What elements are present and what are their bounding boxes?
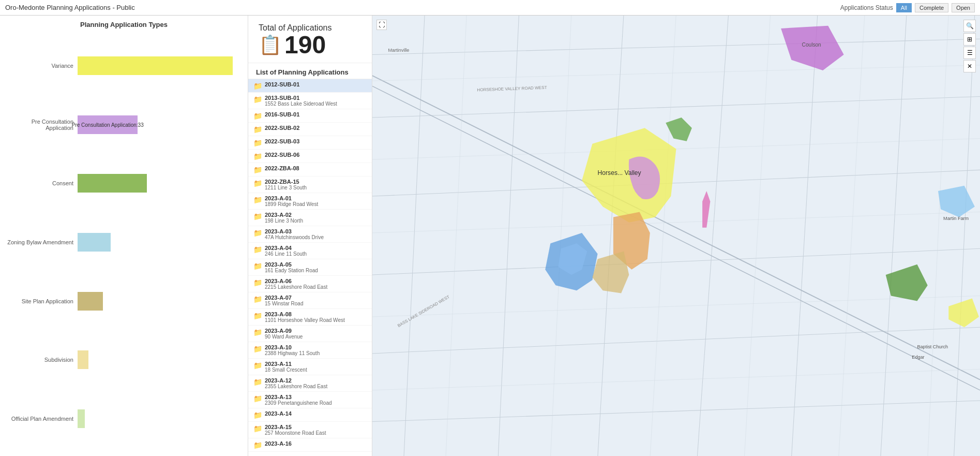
app-address: 2309 Penetanguishene Road [265, 400, 332, 406]
app-id: 2023-A-02 [265, 212, 303, 218]
folder-icon: 📁 [253, 212, 262, 220]
app-id: 2023-A-11 [265, 361, 307, 367]
map-layers-button[interactable]: ☰ [963, 47, 976, 59]
bar-label: Subdivision [5, 357, 78, 363]
bar-track: Pre Consultation Application:33 [78, 115, 243, 134]
list-item[interactable]: 📁2022-SUB-03 [248, 136, 372, 150]
folder-icon: 📁 [253, 152, 262, 160]
map-expand-button[interactable]: ⛶ [376, 20, 387, 30]
app-address: 1101 Horseshoe Valley Road West [265, 317, 345, 323]
list-item[interactable]: 📁2023-A-081101 Horseshoe Valley Road Wes… [248, 309, 372, 326]
app-address: 198 Line 3 North [265, 218, 303, 224]
svg-text:Edgar: Edgar [912, 355, 924, 360]
app-address: 90 Ward Avenue [265, 334, 303, 340]
list-item[interactable]: 📁2023-A-102388 Highway 11 South [248, 342, 372, 359]
bar-track [78, 409, 243, 428]
app-id: 2023-A-05 [265, 261, 318, 268]
bar-fill [78, 233, 111, 252]
map-panel[interactable]: Horses... Valley Coulson Martinville Bap… [372, 16, 980, 456]
list-item[interactable]: 📁2023-A-0990 Ward Avenue [248, 326, 372, 342]
list-item[interactable]: 📁2023-A-02198 Line 3 North [248, 210, 372, 226]
app-id: 2023-A-16 [265, 440, 292, 447]
bar-fill: Pre Consultation Application:33 [78, 115, 138, 134]
chart-bar-row: Official Plan Amendment [5, 409, 243, 428]
folder-icon: 📁 [253, 245, 262, 254]
chart-bar-row: Zoning Bylaw Amendment [5, 233, 243, 252]
folder-icon: 📁 [253, 441, 262, 449]
folder-icon: 📁 [253, 139, 262, 147]
status-open-button[interactable]: Open [952, 3, 975, 12]
list-item[interactable]: 📁2023-A-15257 Moonstone Road East [248, 422, 372, 438]
map-search-button[interactable]: 🔍 [963, 20, 976, 32]
list-header: List of Planning Applications [248, 63, 372, 79]
app-address: 1211 Line 3 South [265, 185, 307, 190]
list-item[interactable]: 📁2022-SUB-02 [248, 123, 372, 136]
status-all-button[interactable]: All [896, 3, 912, 12]
folder-icon: 📁 [253, 345, 262, 353]
map-svg: Horses... Valley Coulson Martinville Bap… [372, 16, 980, 456]
status-complete-button[interactable]: Complete [915, 3, 948, 12]
total-count-row: 📋 190 [259, 33, 361, 57]
bar-label: Pre Consultation Application [5, 119, 78, 131]
list-item[interactable]: 📁2016-SUB-01 [248, 109, 372, 123]
list-item[interactable]: 📁2022-ZBA-151211 Line 3 South [248, 176, 372, 193]
app-id: 2023-A-10 [265, 344, 320, 350]
bar-label: Zoning Bylaw Amendment [5, 239, 78, 245]
app-id: 2022-ZBA-08 [265, 165, 299, 171]
list-item[interactable]: 📁2023-A-16 [248, 438, 372, 452]
app-address: 1899 Ridge Road West [265, 201, 318, 207]
app-id: 2022-SUB-02 [265, 125, 299, 131]
app-address: 2388 Highway 11 South [265, 350, 320, 356]
list-item[interactable]: 📁2023-A-04246 Line 11 South [248, 243, 372, 259]
list-item[interactable]: 📁2023-A-14 [248, 408, 372, 422]
list-item[interactable]: 📁2023-A-05161 Eady Station Road [248, 259, 372, 276]
bar-track [78, 233, 243, 252]
app-id: 2023-A-15 [265, 424, 326, 430]
folder-icon: 📁 [253, 179, 262, 187]
folder-icon: 📁 [253, 328, 262, 336]
folder-icon: 📁 [253, 262, 262, 270]
app-address: 47A Hutchinswoods Drive [265, 234, 324, 240]
list-item[interactable]: 📁2023-A-062215 Lakeshore Road East [248, 276, 372, 292]
list-item[interactable]: 📁2023-A-122355 Lakeshore Road East [248, 375, 372, 392]
bar-fill [78, 409, 85, 428]
folder-icon: 📁 [253, 278, 262, 287]
chart-panel: Planning Application Types VariancePre C… [0, 16, 248, 456]
list-item[interactable]: 📁2012-SUB-01 [248, 79, 372, 93]
chart-area: VariancePre Consultation ApplicationPre … [5, 34, 243, 451]
chart-bar-row: Site Plan Application [5, 292, 243, 311]
folder-icon: 📁 [253, 295, 262, 303]
list-item[interactable]: 📁2023-A-1118 Small Crescent [248, 359, 372, 375]
svg-text:Baptist Church: Baptist Church [917, 344, 948, 349]
app-address: 246 Line 11 South [265, 251, 307, 257]
app-id: 2023-A-04 [265, 245, 307, 251]
bar-tooltip: Pre Consultation Application:33 [72, 122, 144, 127]
bar-label: Site Plan Application [5, 298, 78, 304]
app-id: 2013-SUB-01 [265, 95, 337, 101]
folder-icon: 📁 [253, 378, 262, 386]
bar-track [78, 56, 243, 75]
page-title: Oro-Medonte Planning Applications - Publ… [5, 4, 135, 11]
folder-icon: 📁 [253, 125, 262, 134]
app-id: 2023-A-08 [265, 311, 345, 317]
application-list[interactable]: 📁2012-SUB-01📁2013-SUB-011552 Bass Lake S… [248, 79, 372, 456]
list-item[interactable]: 📁2023-A-0715 Winstar Road [248, 292, 372, 309]
total-section: Total of Applications 📋 190 [248, 16, 372, 63]
bar-fill [78, 350, 88, 369]
app-id: 2016-SUB-01 [265, 111, 299, 117]
chart-title: Planning Application Types [5, 21, 243, 28]
folder-icon: 📁 [253, 411, 262, 419]
map-close-button[interactable]: ✕ [963, 60, 976, 72]
app-id: 2022-SUB-06 [265, 152, 299, 158]
list-item[interactable]: 📁2022-SUB-06 [248, 150, 372, 163]
list-item[interactable]: 📁2023-A-011899 Ridge Road West [248, 193, 372, 210]
list-item[interactable]: 📁2023-A-132309 Penetanguishene Road [248, 392, 372, 408]
map-extent-button[interactable]: ⊞ [963, 33, 976, 46]
folder-icon: 📁 [253, 361, 262, 370]
app-id: 2023-A-09 [265, 328, 303, 334]
folder-icon: 📁 [253, 166, 262, 174]
list-item[interactable]: 📁2022-ZBA-08 [248, 163, 372, 176]
list-item[interactable]: 📁2013-SUB-011552 Bass Lake Sideroad West [248, 93, 372, 109]
list-item[interactable]: 📁2023-A-0347A Hutchinswoods Drive [248, 226, 372, 243]
bar-fill [78, 174, 147, 193]
